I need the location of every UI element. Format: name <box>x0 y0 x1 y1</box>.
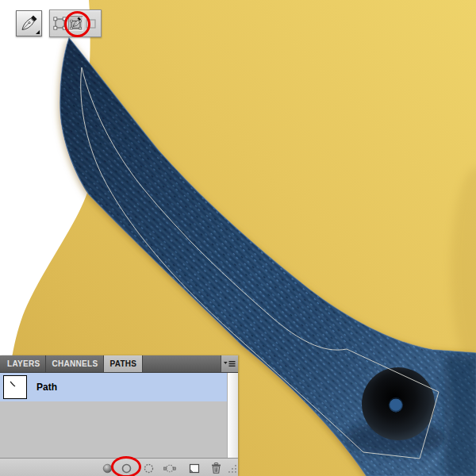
delete-path-button[interactable] <box>209 462 222 474</box>
tab-paths[interactable]: PATHS <box>104 355 143 372</box>
tab-layers[interactable]: LAYERS <box>2 355 46 372</box>
panel-menu-icon <box>224 360 236 367</box>
path-name: Path <box>36 382 57 393</box>
tab-channels[interactable]: CHANNELS <box>46 355 104 372</box>
tabbar-spacer <box>143 355 221 372</box>
pen-tool-button[interactable] <box>16 10 42 36</box>
path-thumbnail-icon <box>4 376 26 398</box>
path-row[interactable]: Path <box>0 373 238 401</box>
new-path-icon <box>189 463 200 474</box>
panel-menu-button[interactable] <box>221 355 238 372</box>
load-path-as-selection-icon <box>144 463 154 474</box>
make-work-path-button[interactable] <box>163 462 177 474</box>
delete-path-icon <box>211 463 221 474</box>
annotation-circle-stroke-path <box>111 456 141 476</box>
strap-button <box>362 367 435 440</box>
resize-grip-icon <box>227 463 237 474</box>
photoshop-workspace: LAYERS CHANNELS PATHS Path <box>0 0 476 476</box>
panel-tab-bar: LAYERS CHANNELS PATHS <box>0 355 238 373</box>
new-path-button[interactable] <box>188 462 201 474</box>
annotation-circle-paths-mode <box>64 11 90 37</box>
load-path-as-selection-button[interactable] <box>142 462 155 474</box>
path-thumbnail <box>3 375 27 399</box>
panel-resize-grip[interactable] <box>227 463 237 473</box>
path-list: Path <box>0 373 238 458</box>
make-work-path-icon <box>163 463 176 474</box>
tool-flyout-indicator <box>36 30 40 34</box>
panel-scrollbar[interactable] <box>227 373 238 458</box>
